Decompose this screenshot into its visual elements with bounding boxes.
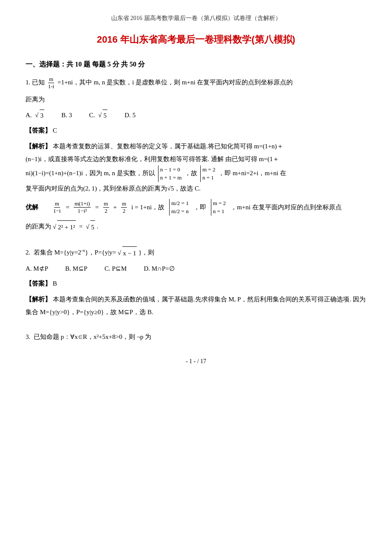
q1-opt-b: B. 3 (61, 110, 72, 121)
youjie-sys: m/2 = 1 m/2 = n (169, 199, 189, 216)
q2-answer-label: 【答案】 (26, 280, 51, 287)
q1-sol-p2: (n−1)i，或直接将等式左边的复数标准化，利用复数相等可得答案. 通解 由已知… (26, 156, 279, 162)
main-title: 2016 年山东省高考最后一卷理科数学(第八模拟) (26, 31, 366, 48)
q2-text: 2. 若集合 M={y|y=2-x}，P={y|y= √x − 1 }，则 (26, 246, 366, 260)
q1-fraction: m 1-i (47, 76, 55, 90)
question-1: 1. 已知 m 1-i =1+ni，其中 m, n 是实数，i 是虚数单位，则 … (26, 76, 366, 234)
q2-solution-label: 【解析】 (26, 296, 51, 303)
sqrt-expr: √2² + 1² (53, 220, 76, 234)
q1-solution: 【解析】 本题考查复数的运算、复数相等的定义等，属于基础题.将已知化简可得 m=… (26, 140, 366, 195)
q1-text-before: 已知 (32, 79, 45, 86)
youjie-result: m = 2 n = 1 (211, 199, 226, 216)
youjie-frac2: m(1+i) 1−i² (74, 200, 91, 214)
q2-opt-c: C. P⊆M (104, 263, 127, 275)
q2-number: 2. (26, 249, 30, 256)
q2-answer-value: B (53, 280, 57, 287)
q1-answer: 【答案】 C (26, 125, 366, 136)
question-3: 3. 已知命题 p：∀x∈R，x²+5x+8>0，则 ¬p 为 (26, 330, 366, 343)
q1-solution-label: 【解析】 (26, 143, 51, 150)
q1-answer-label: 【答案】 (26, 127, 51, 134)
q2-sol-body: 本题考查集合间的关系及函数的值域，属于基础题.先求得集合 M, P，然后利用集合… (26, 296, 366, 315)
q3-text: 3. 已知命题 p：∀x∈R，x²+5x+8>0，则 ¬p 为 (26, 330, 366, 343)
q2-opt-a: A. M⊄P (26, 263, 48, 275)
q1-sys1-result: m = 2 n = 1 (200, 165, 215, 182)
youjie-frac3: m 2 (103, 200, 109, 214)
q1-frac-denom: 1-i (47, 83, 55, 90)
q1-text-cont: 距离为 (26, 93, 366, 106)
q1-opt-d: D. 5 (124, 110, 135, 121)
sqrt-5-final: √5 (86, 220, 95, 234)
q1-sol-p3: ni)(1−i)=(1+n)+(n−1)i，因为 m, n 是实数，所以 n −… (26, 170, 286, 176)
q1-sol-p1: 本题考查复数的运算、复数相等的定义等，属于基础题.将已知化简可得 m=(1+n)… (53, 143, 283, 150)
page-header: 山东省 2016 届高考数学最后一卷（第八模拟）试卷理（含解析） (26, 13, 366, 23)
q1-opt-a: A. √3 (26, 109, 44, 121)
q3-number: 3. (26, 333, 30, 340)
q1-text-after: =1+ni，其中 m, n 是实数，i 是虚数单位，则 m+ni 在复平面内对应… (58, 79, 293, 86)
q2-solution: 【解析】 本题考查集合间的关系及函数的值域，属于基础题.先求得集合 M, P，然… (26, 293, 366, 318)
section1-title: 一、选择题：共 10 题 每题 5 分 共 50 分 (26, 58, 366, 71)
youjie-label: 优解 (26, 201, 38, 214)
q1-sys1: n − 1 = 0 n + 1 = m (158, 165, 182, 182)
footer-text: - 1 - / 17 (186, 358, 206, 364)
q1-answer-value: C (53, 127, 57, 134)
q1-number: 1. (26, 79, 30, 86)
q1-youjie: 优解 m 1−i = m(1+i) 1−i² = m 2 + m 2 i = 1… (26, 199, 366, 216)
header-text: 山东省 2016 届高考数学最后一卷（第八模拟）试卷理（含解析） (111, 15, 281, 21)
q2-options: A. M⊄P B. M⊆P C. P⊆M D. M∩P=∅ (26, 263, 366, 275)
q2-text-body: 若集合 M={y|y=2-x}，P={y|y= (32, 249, 116, 256)
q2-answer: 【答案】 B (26, 278, 366, 289)
page-footer: - 1 - / 17 (26, 356, 366, 367)
q2-opt-d: D. M∩P=∅ (144, 263, 174, 275)
q1-frac-numer: m (48, 76, 54, 83)
q1-youjie-p2: 的距离为 √2² + 1² = √5 . (26, 220, 366, 234)
sqrt-3: √3 (35, 110, 44, 121)
youjie-frac4: m 2 (121, 200, 127, 214)
sqrt-x-1: √x − 1 (118, 246, 137, 260)
q1-text: 1. 已知 m 1-i =1+ni，其中 m, n 是实数，i 是虚数单位，则 … (26, 76, 366, 90)
q2-opt-b: B. M⊆P (65, 263, 87, 275)
q1-sol-p4: 复平面内对应的点为(2, 1)，其到坐标原点的距离为√5，故选 C. (26, 185, 201, 192)
q1-options: A. √3 B. 3 C. √5 D. 5 (26, 109, 366, 121)
q1-opt-c: C. √5 (89, 110, 107, 121)
sqrt-5-c: √5 (98, 110, 108, 121)
youjie-frac: m 1−i (52, 200, 61, 214)
q3-text-body: 已知命题 p：∀x∈R，x²+5x+8>0，则 ¬p 为 (32, 333, 151, 340)
question-2: 2. 若集合 M={y|y=2-x}，P={y|y= √x − 1 }，则 A.… (26, 246, 366, 318)
